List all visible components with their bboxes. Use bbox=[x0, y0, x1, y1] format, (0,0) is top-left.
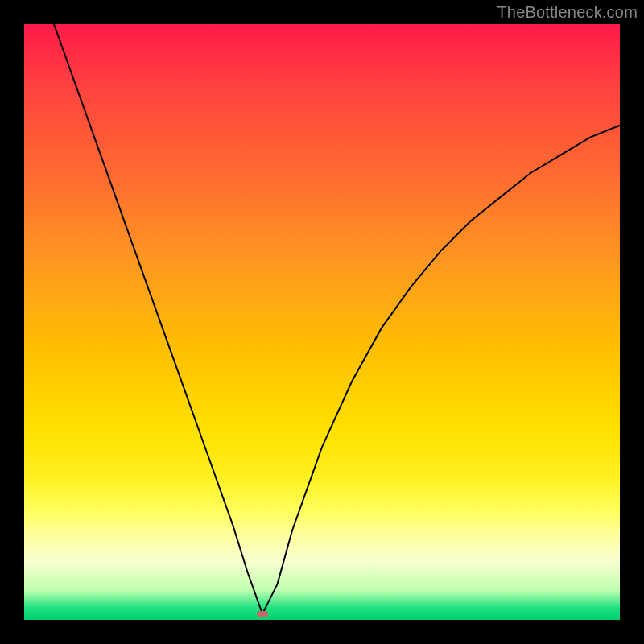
curve-svg bbox=[24, 24, 620, 620]
minimum-marker bbox=[257, 611, 268, 617]
plot-area bbox=[24, 24, 620, 620]
bottleneck-curve bbox=[54, 24, 620, 614]
chart-frame: TheBottleneck.com bbox=[0, 0, 644, 644]
watermark: TheBottleneck.com bbox=[497, 3, 638, 22]
